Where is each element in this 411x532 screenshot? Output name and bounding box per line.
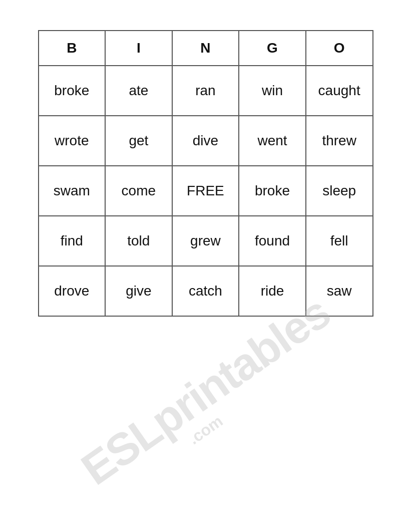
bingo-cell-3-0: find xyxy=(39,216,106,266)
bingo-cell-2-1: come xyxy=(105,166,172,216)
bingo-header-o: O xyxy=(306,31,373,66)
bingo-header-i: I xyxy=(105,31,172,66)
bingo-cell-1-0: wrote xyxy=(39,116,106,166)
bingo-cell-1-2: dive xyxy=(172,116,239,166)
bingo-row-1: wrotegetdivewentthrew xyxy=(39,116,373,166)
bingo-header-g: G xyxy=(239,31,306,66)
bingo-row-4: drovegivecatchridesaw xyxy=(39,266,373,316)
bingo-cell-0-2: ran xyxy=(172,66,239,116)
bingo-cell-2-3: broke xyxy=(239,166,306,216)
bingo-cell-4-1: give xyxy=(105,266,172,316)
bingo-row-2: swamcomeFREEbrokesleep xyxy=(39,166,373,216)
bingo-cell-4-3: ride xyxy=(239,266,306,316)
bingo-cell-2-2: FREE xyxy=(172,166,239,216)
bingo-cell-2-0: swam xyxy=(39,166,106,216)
bingo-cell-3-1: told xyxy=(105,216,172,266)
bingo-row-0: brokeateranwincaught xyxy=(39,66,373,116)
bingo-cell-1-4: threw xyxy=(306,116,373,166)
bingo-cell-0-1: ate xyxy=(105,66,172,116)
bingo-card: BINGO brokeateranwincaughtwrotegetdivewe… xyxy=(38,30,373,317)
bingo-cell-3-4: fell xyxy=(306,216,373,266)
watermark-text: ESLprintables xyxy=(72,287,339,495)
bingo-cell-4-0: drove xyxy=(39,266,106,316)
bingo-row-3: findtoldgrewfoundfell xyxy=(39,216,373,266)
bingo-cell-0-4: caught xyxy=(306,66,373,116)
bingo-cell-3-2: grew xyxy=(172,216,239,266)
bingo-cell-0-0: broke xyxy=(39,66,106,116)
bingo-cell-1-3: went xyxy=(239,116,306,166)
bingo-cell-1-1: get xyxy=(105,116,172,166)
bingo-header-b: B xyxy=(39,31,106,66)
bingo-header-n: N xyxy=(172,31,239,66)
bingo-cell-3-3: found xyxy=(239,216,306,266)
bingo-cell-4-2: catch xyxy=(172,266,239,316)
bingo-cell-0-3: win xyxy=(239,66,306,116)
watermark-sub: .com xyxy=(185,412,226,448)
bingo-cell-4-4: saw xyxy=(306,266,373,316)
bingo-cell-2-4: sleep xyxy=(306,166,373,216)
